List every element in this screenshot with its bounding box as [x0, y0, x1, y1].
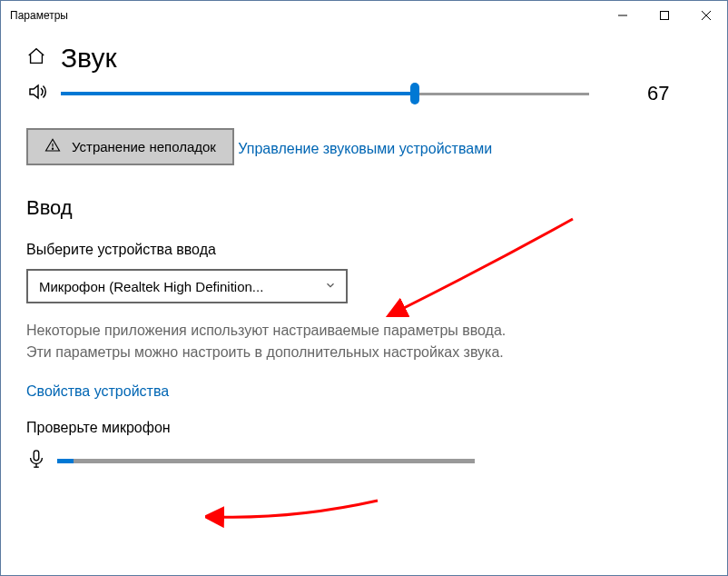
mic-level-row: [26, 449, 702, 472]
input-device-selected: Микрофон (Realtek High Definition...: [39, 279, 263, 294]
warning-icon: [44, 137, 61, 156]
volume-slider[interactable]: [61, 83, 589, 104]
manage-devices-link[interactable]: Управление звуковыми устройствами: [238, 141, 492, 157]
mic-level-bar: [57, 459, 475, 463]
input-device-label: Выберите устройства ввода: [26, 242, 702, 258]
page-title: Звук: [61, 43, 117, 74]
input-section-title: Ввод: [26, 196, 702, 220]
microphone-icon: [26, 449, 46, 472]
volume-value: 67: [647, 82, 702, 105]
content: 67 Устранение неполадок Управление звуко…: [1, 81, 727, 472]
window-title: Параметры: [10, 9, 68, 22]
annotation-arrow-2: [205, 492, 387, 537]
troubleshoot-label: Устранение неполадок: [72, 139, 216, 154]
speaker-icon: [26, 81, 48, 106]
svg-point-5: [52, 148, 53, 149]
volume-row: 67: [26, 81, 702, 106]
svg-rect-6: [34, 451, 39, 461]
close-button[interactable]: [685, 1, 727, 30]
window-controls: [602, 1, 727, 30]
chevron-down-icon: [324, 279, 337, 294]
troubleshoot-button[interactable]: Устранение неполадок: [26, 128, 234, 165]
titlebar: Параметры: [1, 1, 727, 30]
maximize-button[interactable]: [644, 1, 685, 30]
input-device-select[interactable]: Микрофон (Realtek High Definition...: [26, 269, 348, 303]
page-header: Звук: [1, 30, 727, 79]
home-icon[interactable]: [26, 46, 46, 70]
device-properties-link[interactable]: Свойства устройства: [26, 383, 169, 400]
input-description: Некоторые приложения используют настраив…: [26, 320, 516, 363]
minimize-button[interactable]: [602, 1, 644, 30]
svg-rect-1: [661, 12, 669, 20]
test-mic-label: Проверьте микрофон: [26, 420, 702, 436]
